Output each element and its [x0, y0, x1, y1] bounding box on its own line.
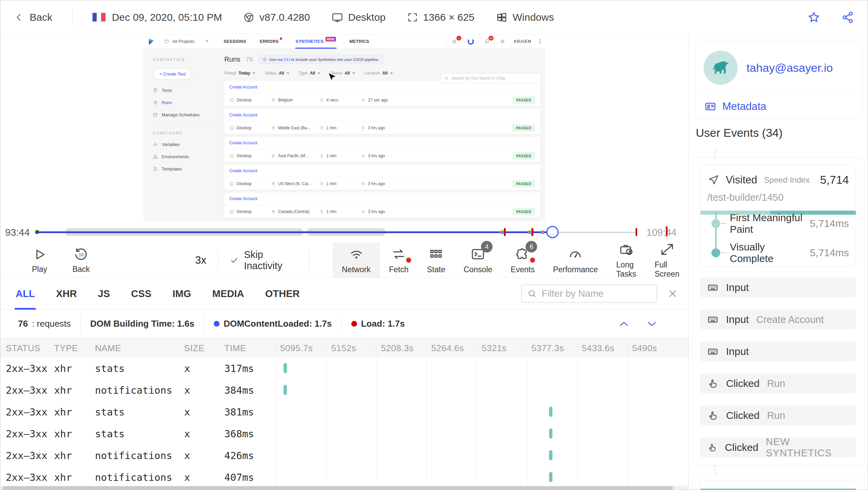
player-timeline[interactable]: 93:44 109:44 [0, 222, 689, 243]
sitemap-icon [153, 154, 158, 159]
tab-js[interactable]: JS [98, 278, 110, 310]
new-badge: NEW [325, 37, 336, 42]
event-input[interactable]: Input [700, 278, 856, 297]
waterfall-bar [549, 428, 552, 439]
file-icon [153, 166, 158, 172]
errors-dot [280, 37, 282, 40]
red-dot [530, 258, 535, 263]
sidebar-section-synthetics: SYNTHETICS [153, 58, 222, 62]
runs-page-title: Runs [224, 55, 240, 63]
panel-events[interactable]: 6 Events [501, 243, 544, 278]
france-flag-icon [92, 13, 106, 22]
runs-list: Create Account Desktop Belgium 4 secs 27… [224, 81, 540, 218]
sidebar-item-environments: Environments [153, 154, 222, 159]
back-button[interactable]: Back [14, 12, 52, 23]
table-row[interactable]: 2xx–3xxxhrnotificationsx407ms [0, 466, 689, 488]
user-email[interactable]: tahay@asayer.io [746, 61, 833, 75]
event-input[interactable]: InputCreate Account [700, 310, 856, 329]
paint-progress-bar [701, 489, 856, 490]
replay-stage: All Projects SESSIONS ERRORS SYNTHETICSN… [0, 34, 689, 222]
speed-index-value: 5,714 [820, 173, 849, 186]
top-bar: Back Dec 09, 2020, 05:10 PM v87.0.4280 D… [0, 0, 868, 34]
error-marker [504, 228, 506, 236]
requests-count: 76: requests [9, 318, 80, 329]
panel-network[interactable]: Network [333, 243, 380, 278]
status-badge: PASSED [512, 96, 535, 104]
panel-state[interactable]: State [418, 243, 454, 278]
visited-event-card[interactable]: Visited Speed Index 5,714 /test-builder/… [700, 165, 856, 267]
tab-img[interactable]: IMG [173, 278, 191, 310]
panel-console[interactable]: 4 Console [454, 243, 501, 278]
runs-count: 76 [246, 56, 253, 63]
app-tab-errors: ERRORS [260, 34, 282, 49]
calendar-icon [153, 112, 158, 117]
monitor-icon [331, 11, 343, 23]
timeline-progress [37, 231, 552, 233]
event-clicked[interactable]: ClickedRun [700, 406, 856, 425]
stopwatch-icon [319, 181, 324, 186]
panel-full-screen[interactable]: Full Screen [645, 243, 689, 278]
table-row[interactable]: 2xx–3xxxhrnotificationsx426ms [0, 444, 689, 466]
panel-long-tasks[interactable]: Long Tasks [607, 243, 645, 278]
panel-fetch[interactable]: Fetch [380, 243, 418, 278]
user-menu: KRAIEM [510, 34, 535, 49]
event-input[interactable]: Input [700, 342, 856, 361]
scrollbar-thumb[interactable] [2, 486, 673, 490]
tab-other[interactable]: OTHER [265, 278, 300, 310]
run-title: Create Account [224, 193, 540, 205]
table-row[interactable]: 2xx–3xxxhrstatsx381ms [0, 401, 689, 423]
clipboard-icon [153, 88, 158, 93]
timeline-start-dot [35, 230, 39, 234]
red-dot [351, 321, 357, 327]
resolution-label: 1366 × 625 [423, 12, 475, 23]
rewind-10-icon: 10 [73, 247, 89, 262]
network-tabs: ALL XHR JS CSS IMG MEDIA OTHER [0, 278, 689, 310]
close-panel-button[interactable] [667, 288, 678, 299]
run-title: Create Account [224, 137, 540, 149]
tab-media[interactable]: MEDIA [212, 278, 244, 310]
horizontal-scrollbar[interactable] [0, 486, 689, 490]
jump-previous-button[interactable] [618, 318, 630, 330]
metric-dot [711, 248, 720, 257]
metadata-button[interactable]: Metadata [695, 93, 862, 119]
playback-speed-button[interactable]: 3x [195, 254, 206, 266]
spinner-icon [467, 38, 475, 45]
visited-label: Visited [726, 174, 757, 186]
metric-row: Visually Complete 5,714ms [701, 246, 856, 260]
cli-link: CLI [284, 58, 290, 62]
network-icon [349, 246, 364, 262]
status-badge: PASSED [512, 124, 535, 132]
event-clicked[interactable]: ClickedNEW SYNTHETICS [700, 438, 856, 457]
tab-css[interactable]: CSS [131, 278, 151, 310]
device-info: Desktop [331, 11, 386, 23]
playhead-handle[interactable] [546, 226, 559, 238]
favorite-star-icon[interactable] [807, 11, 821, 24]
tab-xhr[interactable]: XHR [56, 278, 77, 310]
close-icon [667, 288, 678, 299]
load-time: Load: 1.7s [342, 318, 415, 329]
stopwatch-icon [319, 126, 324, 130]
time-column-header: 5152s [331, 343, 356, 354]
tab-all[interactable]: ALL [16, 278, 35, 310]
waterfall-bar [284, 385, 287, 395]
table-row[interactable]: 2xx–3xxxhrstatsx368ms [0, 423, 689, 444]
sidebar-item-manage-schedules: Manage Schedules [153, 112, 222, 117]
network-filter-input[interactable] [542, 288, 651, 299]
pointer-hand-icon [707, 442, 717, 453]
table-row[interactable]: 2xx–3xxxhrstatsx317ms [0, 357, 689, 379]
event-clicked[interactable]: ClickedRun [700, 374, 856, 393]
time-column-header: 5095.7s [280, 343, 313, 354]
panel-performance[interactable]: Performance [544, 243, 607, 278]
jump-next-button[interactable] [646, 318, 658, 330]
play-button[interactable]: Play [25, 243, 54, 278]
time-column-header: 5433.6s [582, 343, 614, 354]
monitor-icon [229, 126, 234, 130]
announcements-button: 1 [447, 34, 462, 49]
skip-inactivity-toggle[interactable]: Skip Inactivity [230, 249, 298, 272]
briefcase-clock-icon [618, 242, 634, 257]
divider [153, 125, 211, 125]
table-row[interactable]: 2xx–3xxxhrnotificationsx384ms [0, 379, 689, 401]
console-count-badge: 4 [481, 241, 493, 252]
back-10s-button[interactable]: 10 Back [66, 243, 96, 278]
share-icon[interactable] [841, 11, 855, 24]
